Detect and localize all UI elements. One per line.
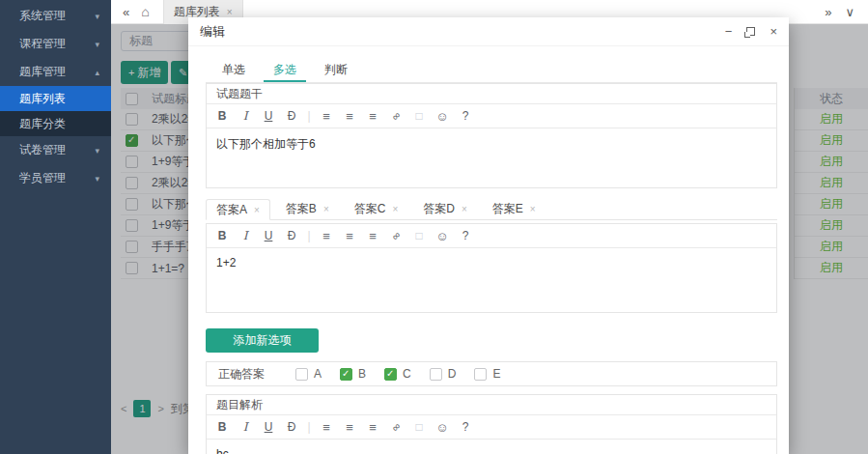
dialog-header: 编辑 − × (188, 17, 789, 46)
answer-checkbox[interactable] (384, 368, 397, 381)
answer-checkbox[interactable] (340, 368, 352, 381)
tab-answer-e[interactable]: 答案E × (483, 198, 546, 219)
align-right-icon[interactable]: ≡ (361, 420, 384, 435)
image-icon[interactable]: □ (407, 420, 431, 434)
chevron-down-icon[interactable]: ∨ (845, 5, 854, 19)
emoji-icon[interactable]: ☺ (431, 229, 454, 243)
question-stem-editor[interactable]: 以下那个相加等于6 (207, 128, 776, 187)
sidebar-item-question-bank-category[interactable]: 题库分类 (0, 111, 111, 136)
question-type-tab-label: 多选 (273, 63, 296, 76)
analysis-label: 题目解析 (207, 395, 776, 415)
sidebar-item-question-bank-list[interactable]: 题库列表 (0, 86, 111, 111)
tab-true-false[interactable]: 判断 (315, 56, 357, 82)
align-center-icon[interactable]: ≡ (338, 420, 361, 435)
sidebar-item-question-bank-management[interactable]: 题库管理 ▴ (0, 58, 111, 86)
help-icon[interactable]: ? (454, 420, 477, 434)
tab-single-choice[interactable]: 单选 (212, 56, 255, 82)
link-icon[interactable]: ∞ (384, 229, 407, 242)
image-icon[interactable]: □ (407, 229, 431, 242)
add-option-button[interactable]: 添加新选项 (206, 328, 319, 353)
expand-tabs-icon[interactable]: » (825, 5, 831, 19)
close-answer-tab-icon[interactable]: × (462, 204, 467, 214)
rich-text-toolbar: B I U Đ | (207, 415, 776, 440)
maximize-icon[interactable] (746, 27, 755, 36)
answer-letter: C (403, 367, 411, 381)
correct-answer-option[interactable]: D (430, 367, 457, 381)
underline-icon[interactable]: U (257, 229, 280, 242)
correct-answer-label: 正确答案 (218, 366, 265, 383)
rich-text-toolbar: B I U Đ | (207, 104, 776, 128)
collapse-sidebar-icon[interactable]: « (123, 5, 129, 19)
answer-tab-label: 答案D (423, 201, 455, 217)
analysis-editor[interactable]: bc (207, 440, 776, 454)
close-answer-tab-icon[interactable]: × (392, 204, 398, 214)
correct-answer-option[interactable]: C (384, 367, 411, 381)
emoji-icon[interactable]: ☺ (431, 109, 454, 124)
answer-tab-label: 答案C (354, 201, 386, 217)
home-icon[interactable]: ⌂ (141, 4, 149, 19)
underline-icon[interactable]: U (257, 109, 280, 123)
sidebar-subitem-label: 题库分类 (19, 116, 66, 132)
align-left-icon[interactable]: ≡ (315, 420, 338, 435)
strikethrough-icon[interactable]: Đ (280, 229, 303, 242)
underline-icon[interactable]: U (257, 420, 280, 434)
align-center-icon[interactable]: ≡ (338, 109, 361, 124)
question-type-tab-label: 判断 (324, 63, 348, 76)
correct-answer-option[interactable]: A (295, 367, 322, 381)
sidebar-item-system-management[interactable]: 系统管理 ▾ (0, 2, 111, 30)
tab-answer-c[interactable]: 答案C × (345, 198, 408, 219)
close-dialog-icon[interactable]: × (770, 25, 777, 38)
toolbar-divider[interactable]: | (303, 229, 315, 242)
tab-multiple-choice[interactable]: 多选 (264, 56, 306, 82)
tab-answer-d[interactable]: 答案D × (413, 198, 477, 219)
italic-icon[interactable]: I (234, 229, 257, 242)
close-answer-tab-icon[interactable]: × (323, 204, 329, 214)
answer-tabs: 答案A × 答案B × 答案C × 答案D × (206, 199, 777, 220)
tab-answer-a[interactable]: 答案A × (206, 199, 270, 220)
bold-icon[interactable]: B (210, 229, 234, 242)
sidebar-subitem-label: 题库列表 (19, 91, 66, 107)
close-tab-icon[interactable]: × (227, 7, 233, 17)
sidebar-item-exam-paper-management[interactable]: 试卷管理 ▾ (0, 136, 111, 164)
link-icon[interactable]: ∞ (384, 420, 407, 434)
strikethrough-icon[interactable]: Đ (280, 109, 303, 123)
minimize-icon[interactable]: − (725, 25, 733, 38)
italic-icon[interactable]: I (234, 109, 257, 123)
tab-answer-b[interactable]: 答案B × (276, 198, 339, 219)
close-answer-tab-icon[interactable]: × (530, 204, 536, 214)
image-icon[interactable]: □ (407, 109, 431, 123)
bold-icon[interactable]: B (210, 109, 234, 123)
align-right-icon[interactable]: ≡ (361, 109, 384, 124)
help-icon[interactable]: ? (454, 109, 477, 123)
question-stem-panel: 试题题干 B I U Đ (206, 83, 777, 188)
sidebar-item-label: 课程管理 (19, 36, 66, 52)
toolbar-divider[interactable]: | (303, 420, 315, 434)
answer-checkbox[interactable] (474, 368, 487, 381)
sidebar-item-student-management[interactable]: 学员管理 ▾ (0, 164, 111, 192)
close-answer-tab-icon[interactable]: × (254, 205, 260, 215)
answer-tab-label: 答案B (286, 201, 317, 217)
bold-icon[interactable]: B (210, 420, 234, 434)
answer-editor[interactable]: 1+2 (207, 248, 776, 312)
align-left-icon[interactable]: ≡ (315, 109, 338, 124)
chevron-icon: ▾ (95, 174, 99, 184)
correct-answer-option[interactable]: B (340, 367, 366, 381)
link-icon[interactable]: ∞ (384, 109, 407, 123)
align-center-icon[interactable]: ≡ (338, 229, 361, 243)
answer-checkbox[interactable] (295, 368, 308, 381)
sidebar-submenu: 题库列表 题库分类 (0, 86, 111, 136)
align-left-icon[interactable]: ≡ (315, 229, 338, 243)
chevron-icon: ▾ (95, 146, 99, 156)
answer-letter: D (448, 367, 457, 381)
help-icon[interactable]: ? (454, 229, 477, 242)
correct-answer-option[interactable]: E (474, 367, 500, 381)
sidebar-item-course-management[interactable]: 课程管理 ▾ (0, 30, 111, 58)
answer-letter: B (358, 367, 366, 381)
toolbar-divider[interactable]: | (303, 109, 315, 123)
italic-icon[interactable]: I (234, 420, 257, 434)
emoji-icon[interactable]: ☺ (431, 420, 454, 435)
question-type-tabs: 单选 多选 判断 (206, 56, 777, 83)
align-right-icon[interactable]: ≡ (361, 229, 384, 243)
answer-checkbox[interactable] (430, 368, 442, 381)
strikethrough-icon[interactable]: Đ (280, 420, 303, 434)
